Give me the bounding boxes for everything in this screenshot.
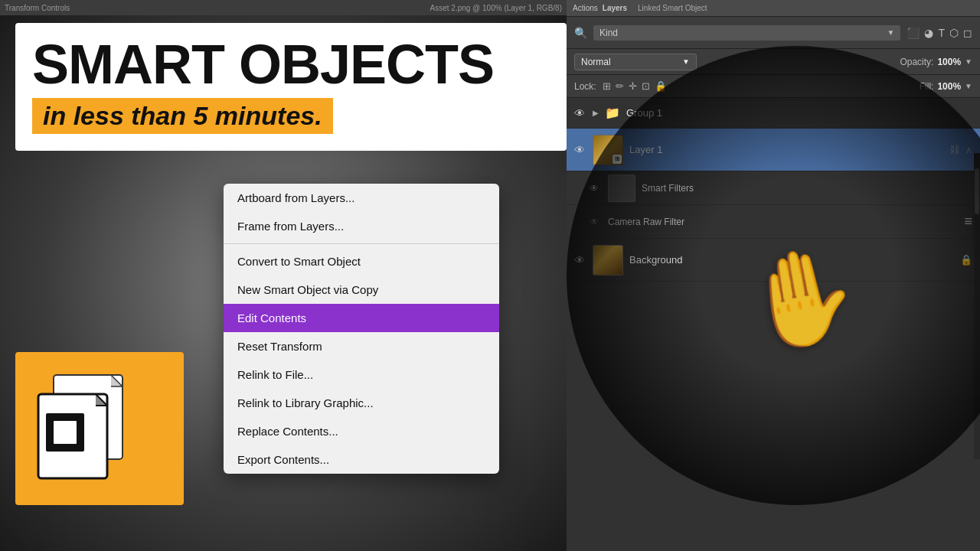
background-thumb-image xyxy=(593,246,622,275)
title-overlay: SMART OBJECTS in less than 5 minutes. xyxy=(15,23,567,151)
fill-group: Fill: 100% ▼ xyxy=(920,81,972,92)
opacity-chevron-icon: ▼ xyxy=(965,57,972,66)
menu-frame-from-layers[interactable]: Frame from Layers... xyxy=(224,212,499,240)
kind-label: Kind xyxy=(599,28,618,38)
menu-divider-1 xyxy=(224,243,499,244)
fill-label: Fill: xyxy=(920,81,934,92)
smart-filters-thumbnail xyxy=(608,174,635,202)
menu-convert-smart-object[interactable]: Convert to Smart Object xyxy=(224,247,499,276)
svg-rect-9 xyxy=(54,421,77,444)
context-menu: Artboard from Layers... Frame from Layer… xyxy=(224,184,499,474)
layer1-collapse-btn[interactable]: ∧ xyxy=(965,145,972,155)
opacity-group: Opacity: 100% ▼ xyxy=(900,57,972,67)
menu-artboard-from-layers[interactable]: Artboard from Layers... xyxy=(224,184,499,212)
blend-chevron-icon: ▼ xyxy=(682,57,690,66)
smart-filters-thumb-image xyxy=(609,175,635,201)
menu-edit-contents[interactable]: Edit Contents xyxy=(224,304,499,332)
layers-scroll-thumb[interactable] xyxy=(975,168,979,214)
smart-filters-visibility-icon[interactable]: 👁 xyxy=(590,183,602,194)
transform-controls-label: Transform Controls xyxy=(5,4,70,12)
layers-panel: Actions Layers Linked Smart Object 🔍 Kin… xyxy=(567,0,980,551)
group1-expand-icon[interactable]: ▶ xyxy=(593,109,599,117)
opacity-label: Opacity: xyxy=(900,57,933,67)
search-icon: 🔍 xyxy=(574,27,587,39)
main-title: SMART OBJECTS xyxy=(32,37,550,92)
lock-all-icon[interactable]: 🔒 xyxy=(655,80,667,92)
file-info-label: Asset 2.png @ 100% (Layer 1, RGB/8) xyxy=(430,4,562,12)
lock-fill-row: Lock: ⊞ ✏ ✛ ⊡ 🔒 Fill: 100% ▼ xyxy=(567,75,980,98)
background-layer-name: Background xyxy=(629,254,954,266)
shape-filter-icon[interactable]: ⬡ xyxy=(949,27,959,39)
actions-label: Actions xyxy=(573,4,598,12)
blend-mode-dropdown[interactable]: Normal ▼ xyxy=(574,54,697,70)
layers-scrollbar[interactable] xyxy=(974,153,980,459)
blend-opacity-row: Normal ▼ Opacity: 100% ▼ xyxy=(567,49,980,75)
canvas-area: Transform Controls Asset 2.png @ 100% (L… xyxy=(0,0,567,551)
smart-object-icon xyxy=(23,360,145,497)
smart-filters-row[interactable]: 👁 Smart Filters xyxy=(567,171,980,205)
ps-toolbar: Actions Layers Linked Smart Object xyxy=(567,0,980,17)
lock-checkerboard-icon[interactable]: ⊞ xyxy=(603,80,611,92)
menu-reset-transform[interactable]: Reset Transform xyxy=(224,332,499,360)
menu-relink-library[interactable]: Relink to Library Graphic... xyxy=(224,389,499,417)
ps-top-bar: Transform Controls Asset 2.png @ 100% (L… xyxy=(0,0,567,15)
group1-folder-icon: 📁 xyxy=(605,106,620,120)
lock-move-icon[interactable]: ✛ xyxy=(629,80,637,92)
lock-icons-group: ⊞ ✏ ✛ ⊡ 🔒 xyxy=(603,80,667,92)
menu-new-smart-object-copy[interactable]: New Smart Object via Copy xyxy=(224,276,499,304)
lock-label: Lock: xyxy=(574,81,596,92)
kind-chevron-icon: ▼ xyxy=(887,28,895,37)
kind-dropdown[interactable]: Kind ▼ xyxy=(593,25,900,41)
camera-raw-filter-name: Camera Raw Filter xyxy=(608,217,958,227)
subtitle-highlight: in less than 5 minutes. xyxy=(32,98,333,134)
pixel-filter-icon[interactable]: ⬛ xyxy=(906,27,920,39)
layers-tab[interactable]: Layers xyxy=(603,4,627,12)
background-thumbnail xyxy=(593,245,623,276)
layers-filter-bar: 🔍 Kind ▼ ⬛ ◕ T ⬡ ◻ xyxy=(567,17,980,49)
camera-raw-filter-row[interactable]: 👁 Camera Raw Filter ≡ xyxy=(567,205,980,239)
lock-transform-icon[interactable]: ⊡ xyxy=(642,80,650,92)
opacity-value[interactable]: 100% xyxy=(937,57,961,67)
menu-replace-contents[interactable]: Replace Contents... xyxy=(224,417,499,445)
type-filter-icon[interactable]: T xyxy=(938,27,945,39)
blend-mode-value: Normal xyxy=(581,57,611,67)
fill-value[interactable]: 100% xyxy=(937,81,961,92)
background-lock-icon: 🔒 xyxy=(960,254,972,266)
group1-visibility-icon[interactable]: 👁 xyxy=(574,107,586,119)
layer1-chain-icon[interactable]: ⛓ xyxy=(949,144,959,155)
camera-raw-visibility-icon[interactable]: 👁 xyxy=(590,217,602,227)
layer1-smart-badge: ⊞ xyxy=(612,155,622,164)
background-visibility-icon[interactable]: 👁 xyxy=(574,254,586,266)
menu-relink-to-file[interactable]: Relink to File... xyxy=(224,360,499,389)
filter-icons-group: ⬛ ◕ T ⬡ ◻ xyxy=(906,27,972,39)
layer1-thumbnail: ⊞ xyxy=(593,135,623,165)
smart-filters-name: Smart Filters xyxy=(642,183,972,194)
layer1-visibility-icon[interactable]: 👁 xyxy=(574,144,586,156)
group1-row[interactable]: 👁 ▶ 📁 Group 1 xyxy=(567,98,980,129)
lock-paint-icon[interactable]: ✏ xyxy=(616,80,624,92)
camera-raw-adjust-icon[interactable]: ≡ xyxy=(964,214,972,230)
layers-list: 👁 ▶ 📁 Group 1 👁 ⊞ Layer 1 ⛓ ∧ 👁 Smar xyxy=(567,98,980,551)
smart-filter-icon[interactable]: ◻ xyxy=(963,27,972,39)
fill-chevron-icon: ▼ xyxy=(965,82,972,90)
subtitle-text: in less than 5 minutes. xyxy=(43,101,322,130)
layer1-row[interactable]: 👁 ⊞ Layer 1 ⛓ ∧ xyxy=(567,129,980,171)
group1-name: Group 1 xyxy=(626,107,972,119)
layer1-name: Layer 1 xyxy=(629,144,943,155)
menu-export-contents[interactable]: Export Contents... xyxy=(224,445,499,474)
background-layer-row[interactable]: 👁 Background 🔒 xyxy=(567,239,980,282)
adjustment-filter-icon[interactable]: ◕ xyxy=(924,27,933,39)
smart-object-ref: Linked Smart Object xyxy=(638,4,707,12)
